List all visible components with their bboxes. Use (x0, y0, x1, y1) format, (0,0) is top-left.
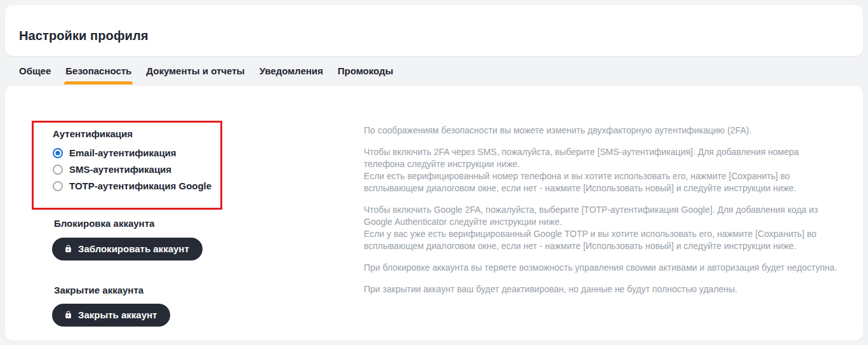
tab-security[interactable]: Безопасность (65, 65, 131, 85)
block-account-button-label: Заблокировать аккаунт (78, 243, 189, 254)
annotation-red-box: Аутентификация Email-аутентификация SMS-… (32, 121, 222, 210)
block-account-heading: Блокировка аккаунта (54, 218, 154, 229)
tab-promocodes[interactable]: Промокоды (338, 65, 394, 85)
tab-security-label: Безопасность (65, 65, 131, 76)
radio-option-email-label: Email-аутентификация (69, 147, 177, 158)
block-account-button[interactable]: Заблокировать аккаунт (52, 238, 203, 260)
tab-general[interactable]: Общее (19, 65, 51, 85)
radio-option-totp-label: TOTP-аутентификация Google (69, 180, 211, 191)
radio-unselected-icon[interactable] (53, 165, 63, 175)
info-paragraph-block: При блокировке аккаунта вы теряете возмо… (364, 262, 839, 274)
radio-option-email[interactable]: Email-аутентификация (53, 147, 215, 158)
close-account-heading: Закрытие аккаунта (54, 285, 144, 295)
radio-option-totp[interactable]: TOTP-аутентификация Google (53, 180, 215, 191)
close-account-button[interactable]: Закрыть аккаунт (52, 304, 170, 327)
tab-documents-reports[interactable]: Документы и отчеты (146, 65, 244, 85)
header-card: Настройки профиля (5, 5, 863, 56)
info-paragraph-totp: Чтобы включить Google 2FA, пожалуйста, в… (364, 204, 839, 252)
info-paragraph-sms: Чтобы включить 2FA через SMS, пожалуйста… (364, 146, 839, 194)
info-paragraph-2fa: По соображениям безопасности вы можете и… (364, 125, 839, 137)
radio-selected-icon[interactable] (53, 148, 63, 158)
lock-icon (64, 311, 72, 319)
security-panel: Аутентификация Email-аутентификация SMS-… (5, 86, 863, 341)
tab-notifications[interactable]: Уведомления (259, 65, 323, 85)
active-tab-indicator (64, 81, 133, 85)
close-account-button-label: Закрыть аккаунт (78, 309, 157, 320)
info-column: По соображениям безопасности вы можете и… (364, 125, 839, 305)
radio-option-sms-label: SMS-аутентификация (69, 164, 171, 175)
tab-bar: Общее Безопасность Документы и отчеты Ув… (19, 65, 393, 85)
info-paragraph-close: При закрытии аккаунт ваш будет деактивир… (364, 283, 839, 295)
page-title: Настройки профиля (19, 29, 148, 43)
radio-option-sms[interactable]: SMS-аутентификация (53, 164, 215, 175)
lock-icon (64, 245, 72, 253)
radio-unselected-icon[interactable] (53, 181, 63, 191)
authentication-heading: Аутентификация (53, 128, 215, 139)
